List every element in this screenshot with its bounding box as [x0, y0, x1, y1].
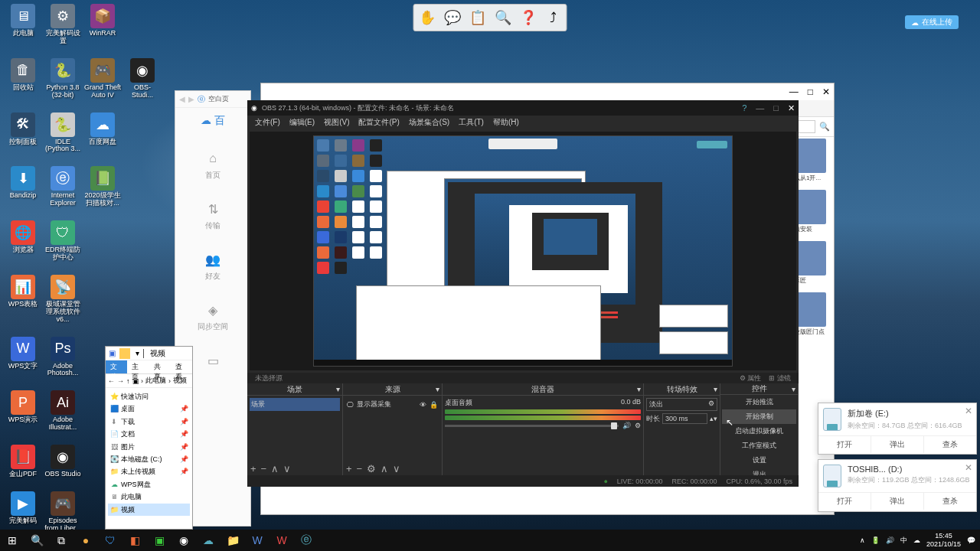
explorer-icon[interactable]: 📁: [220, 530, 245, 551]
obs-icon[interactable]: ◉: [172, 530, 196, 551]
desktop-icon[interactable]: WWPS文字: [4, 337, 42, 378]
desktop-icon[interactable]: 🛠控制面板: [4, 112, 42, 154]
back-icon[interactable]: ←: [108, 377, 115, 385]
panel-menu-icon[interactable]: ▾: [637, 385, 641, 393]
control-button[interactable]: 设置: [722, 453, 796, 468]
tree-item[interactable]: ☁WPS网盘: [108, 478, 190, 491]
task-view-icon[interactable]: ⧉: [49, 530, 74, 551]
obs-preview[interactable]: [250, 132, 796, 370]
tab-view[interactable]: 查看: [171, 360, 192, 373]
menu-item[interactable]: 帮助(H): [489, 116, 523, 129]
control-button[interactable]: 启动虚拟摄像机: [722, 424, 796, 439]
control-button[interactable]: 工作室模式: [722, 439, 796, 453]
speaker-icon[interactable]: 🔊: [622, 422, 631, 429]
panel-menu-icon[interactable]: ▾: [336, 385, 340, 393]
filters-button[interactable]: ⊞ 滤镜: [769, 373, 791, 383]
tree-item[interactable]: 📄文档📌: [108, 428, 190, 440]
toolbar-button[interactable]: 💬: [442, 7, 463, 28]
transition-select[interactable]: 淡出⚙: [646, 398, 717, 411]
tab-home[interactable]: 主页: [127, 360, 149, 373]
desktop-icon[interactable]: 🐍Python 3.8 (32-bit): [44, 58, 82, 99]
tab-share[interactable]: 共享: [149, 360, 171, 373]
tree-item[interactable]: 💽本地磁盘 (C:)📌: [108, 453, 190, 465]
ime-icon[interactable]: 中: [900, 536, 907, 546]
scene-item[interactable]: 场景: [250, 398, 340, 411]
search-icon[interactable]: 🔍: [24, 530, 49, 551]
gear-icon[interactable]: ⚙: [367, 463, 376, 474]
desktop-icon[interactable]: ▶完美解码: [4, 491, 42, 533]
toolbar-button[interactable]: 📋: [467, 7, 488, 28]
cloud-icon[interactable]: ☁: [913, 536, 920, 544]
lock-icon[interactable]: 🔒: [430, 401, 438, 409]
menu-item[interactable]: 场景集合(S): [405, 116, 453, 129]
baidu-icon[interactable]: ☁: [196, 530, 220, 551]
desktop-icon[interactable]: ⚙完美解码设置: [44, 4, 82, 45]
help-icon[interactable]: ?: [742, 103, 746, 113]
tray-expand-icon[interactable]: ∧: [860, 536, 865, 544]
down-icon[interactable]: ∨: [283, 463, 291, 474]
tree-item[interactable]: ⬇下载📌: [108, 416, 190, 428]
desktop-icon[interactable]: 🗑回收站: [4, 58, 42, 99]
netdisk-nav-item[interactable]: ⇅传输: [204, 200, 222, 231]
scan-button[interactable]: 查杀: [924, 436, 976, 453]
desktop-icon[interactable]: 🎮Grand Theft Auto IV: [83, 58, 122, 99]
remove-icon[interactable]: −: [357, 463, 363, 474]
duration-input[interactable]: 300 ms: [662, 413, 707, 424]
toolbar-button[interactable]: ❓: [518, 7, 539, 28]
eject-button[interactable]: 弹出: [871, 493, 924, 510]
battery-icon[interactable]: 🔋: [871, 536, 880, 544]
chrome-icon[interactable]: ●: [74, 530, 98, 551]
volume-icon[interactable]: 🔊: [886, 536, 894, 544]
menu-item[interactable]: 编辑(E): [286, 116, 318, 129]
toolbar-button[interactable]: ⤴: [543, 7, 564, 28]
panel-menu-icon[interactable]: ▾: [714, 385, 717, 393]
desktop-icon[interactable]: 🛡EDR终端防护中心: [44, 220, 82, 262]
desktop-icon[interactable]: 📊WPS表格: [4, 275, 42, 324]
ie-icon[interactable]: ⓔ: [294, 530, 318, 551]
tree-item[interactable]: 📁未上传视频📌: [108, 465, 190, 478]
toolbar-button[interactable]: 🔍: [492, 7, 514, 28]
desktop-icon[interactable]: ◉OBS Studio: [44, 445, 82, 478]
desktop-icon[interactable]: ☁百度网盘: [83, 112, 122, 154]
menu-item[interactable]: 文件(F): [251, 116, 284, 129]
tab-file[interactable]: 文件: [106, 360, 127, 373]
panel-menu-icon[interactable]: ▾: [792, 385, 795, 393]
minimize-button[interactable]: —: [789, 86, 799, 97]
desktop-icon[interactable]: ⬇Bandizip: [4, 166, 42, 207]
menu-item[interactable]: 配置文件(P): [354, 116, 403, 129]
properties-button[interactable]: ⚙ 属性: [740, 373, 762, 383]
toolbar-button[interactable]: ✋: [416, 7, 438, 28]
gear-icon[interactable]: ⚙: [635, 422, 641, 429]
desktop-icon[interactable]: 🌐浏览器: [4, 220, 42, 262]
eye-icon[interactable]: 👁: [420, 401, 426, 409]
netdisk-nav-item[interactable]: ▭: [204, 351, 222, 372]
close-icon[interactable]: ✕: [965, 406, 972, 416]
up-icon[interactable]: ∧: [381, 463, 388, 474]
start-button[interactable]: ⊞: [0, 530, 24, 551]
desktop-icon[interactable]: 🐍IDLE (Python 3...: [44, 112, 82, 154]
scan-button[interactable]: 查杀: [924, 493, 976, 510]
wps-icon[interactable]: W: [270, 530, 294, 551]
tree-item[interactable]: 🖼图片📌: [108, 441, 190, 453]
remove-icon[interactable]: −: [261, 463, 267, 474]
stepper-icon[interactable]: ▴▾: [710, 415, 717, 422]
search-icon[interactable]: 🔍: [819, 122, 830, 132]
desktop-icon[interactable]: ◉OBS-Studi...: [123, 58, 162, 99]
close-icon[interactable]: ✕: [965, 462, 972, 473]
app-icon[interactable]: ▣: [147, 530, 172, 551]
close-button[interactable]: ✕: [822, 86, 830, 97]
clock[interactable]: 15:45 2021/10/15: [926, 532, 961, 549]
source-item[interactable]: 🖵显示器采集👁🔒: [345, 398, 439, 411]
open-button[interactable]: 打开: [818, 493, 871, 510]
tree-item[interactable]: 🟦桌面📌: [108, 403, 190, 415]
notifications-icon[interactable]: 💬: [967, 536, 975, 544]
control-button[interactable]: 开始推流: [722, 395, 796, 409]
desktop-icon[interactable]: 🖥此电脑: [4, 4, 42, 45]
control-button[interactable]: 开始录制: [722, 409, 796, 424]
open-button[interactable]: 打开: [818, 436, 871, 453]
desktop-icon[interactable]: PWPS演示: [4, 390, 42, 432]
desktop-icon[interactable]: ⓔInternet Explorer: [44, 166, 82, 207]
baidu-upload-widget[interactable]: ☁ 在线上传: [905, 15, 959, 29]
netdisk-nav-item[interactable]: ◈同步空间: [198, 301, 228, 332]
gear-icon[interactable]: ⚙: [708, 399, 714, 409]
